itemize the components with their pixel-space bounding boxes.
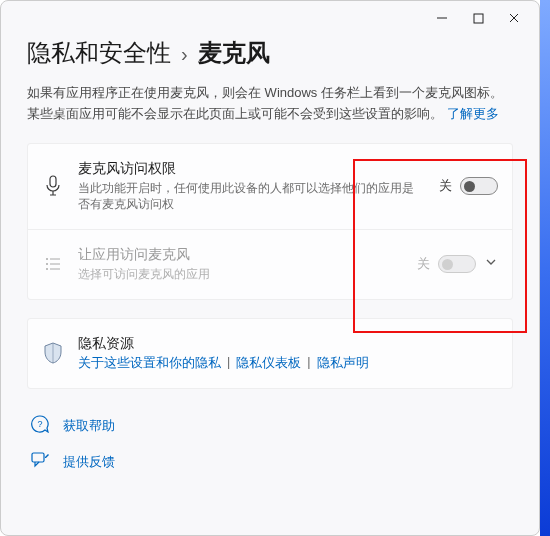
row-control: 关 [439, 177, 498, 195]
footer: ? 获取帮助 提供反馈 [27, 415, 513, 473]
settings-card-privacy: 隐私资源 关于这些设置和你的隐私 | 隐私仪表板 | 隐私声明 [27, 318, 513, 389]
svg-point-4 [46, 268, 48, 270]
svg-rect-1 [50, 176, 56, 187]
row-title: 麦克风访问权限 [78, 160, 425, 178]
get-help-item[interactable]: ? 获取帮助 [31, 415, 513, 437]
feedback-icon [31, 451, 49, 473]
give-feedback-item[interactable]: 提供反馈 [31, 451, 513, 473]
list-icon [42, 255, 64, 273]
svg-rect-0 [474, 14, 483, 23]
page-description: 如果有应用程序正在使用麦克风，则会在 Windows 任务栏上看到一个麦克风图标… [27, 83, 513, 125]
chevron-down-icon[interactable] [484, 255, 498, 273]
row-text: 麦克风访问权限 当此功能开启时，任何使用此设备的人都可以选择他们的应用是否有麦克… [78, 160, 425, 213]
help-icon: ? [31, 415, 49, 437]
desktop-edge-stripe [540, 0, 550, 536]
page-content: 隐私和安全性 › 麦克风 如果有应用程序正在使用麦克风，则会在 Windows … [1, 37, 539, 473]
settings-window: 隐私和安全性 › 麦克风 如果有应用程序正在使用麦克风，则会在 Windows … [0, 0, 540, 536]
row-text: 隐私资源 关于这些设置和你的隐私 | 隐私仪表板 | 隐私声明 [78, 335, 498, 372]
privacy-link-statement[interactable]: 隐私声明 [317, 355, 369, 372]
titlebar [1, 1, 539, 35]
maximize-button[interactable] [471, 11, 485, 25]
row-app-access[interactable]: 让应用访问麦克风 选择可访问麦克风的应用 关 [28, 229, 512, 299]
row-subtitle: 选择可访问麦克风的应用 [78, 266, 403, 283]
page-title: 麦克风 [198, 37, 270, 69]
settings-card-main: 麦克风访问权限 当此功能开启时，任何使用此设备的人都可以选择他们的应用是否有麦克… [27, 143, 513, 300]
row-privacy-resources: 隐私资源 关于这些设置和你的隐私 | 隐私仪表板 | 隐私声明 [28, 319, 512, 388]
description-text: 如果有应用程序正在使用麦克风，则会在 Windows 任务栏上看到一个麦克风图标… [27, 85, 503, 121]
row-text: 让应用访问麦克风 选择可访问麦克风的应用 [78, 246, 403, 283]
breadcrumb-root[interactable]: 隐私和安全性 [27, 37, 171, 69]
toggle-state-label: 关 [439, 177, 452, 195]
privacy-links: 关于这些设置和你的隐私 | 隐私仪表板 | 隐私声明 [78, 355, 498, 372]
row-control: 关 [417, 255, 498, 273]
svg-point-2 [46, 258, 48, 260]
breadcrumb-separator: › [181, 43, 188, 66]
microphone-icon [42, 175, 64, 197]
privacy-link-dashboard[interactable]: 隐私仪表板 [236, 355, 301, 372]
svg-rect-6 [32, 453, 44, 462]
privacy-link-about[interactable]: 关于这些设置和你的隐私 [78, 355, 221, 372]
row-subtitle: 当此功能开启时，任何使用此设备的人都可以选择他们的应用是否有麦克风访问权 [78, 180, 425, 213]
shield-icon [42, 342, 64, 364]
link-separator: | [227, 355, 230, 372]
row-title: 隐私资源 [78, 335, 498, 353]
close-button[interactable] [507, 11, 521, 25]
svg-text:?: ? [37, 419, 42, 429]
give-feedback-label: 提供反馈 [63, 453, 115, 471]
app-access-toggle [438, 255, 476, 273]
row-title: 让应用访问麦克风 [78, 246, 403, 264]
link-separator: | [307, 355, 310, 372]
svg-point-3 [46, 263, 48, 265]
toggle-state-label: 关 [417, 255, 430, 273]
row-microphone-access: 麦克风访问权限 当此功能开启时，任何使用此设备的人都可以选择他们的应用是否有麦克… [28, 144, 512, 229]
learn-more-link[interactable]: 了解更多 [447, 106, 499, 121]
microphone-access-toggle[interactable] [460, 177, 498, 195]
breadcrumb: 隐私和安全性 › 麦克风 [27, 37, 513, 69]
minimize-button[interactable] [435, 11, 449, 25]
get-help-label: 获取帮助 [63, 417, 115, 435]
